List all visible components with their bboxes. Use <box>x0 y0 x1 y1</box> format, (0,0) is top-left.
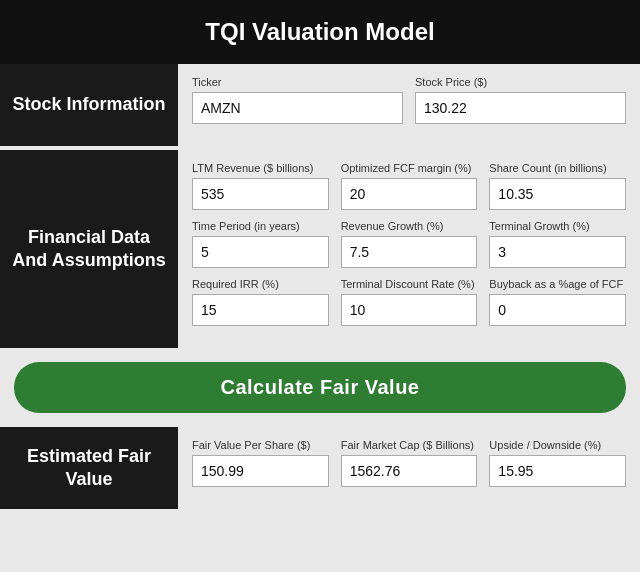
buyback-input[interactable] <box>489 294 626 326</box>
fair-value-per-share-group: Fair Value Per Share ($) <box>192 439 329 487</box>
fair-value-per-share-label: Fair Value Per Share ($) <box>192 439 329 451</box>
ticker-group: Ticker <box>192 76 403 124</box>
stock-section-content: Ticker Stock Price ($) <box>178 64 640 146</box>
efv-section-content: Fair Value Per Share ($) Fair Market Cap… <box>178 427 640 509</box>
required-irr-input[interactable] <box>192 294 329 326</box>
financial-section: Financial Data And Assumptions LTM Reven… <box>0 150 640 348</box>
financial-row-1: LTM Revenue ($ billions) Optimized FCF m… <box>192 162 626 210</box>
page-title: TQI Valuation Model <box>0 0 640 64</box>
ticker-input[interactable] <box>192 92 403 124</box>
buyback-group: Buyback as a %age of FCF <box>489 278 626 326</box>
financial-row-2: Time Period (in years) Revenue Growth (%… <box>192 220 626 268</box>
ltm-revenue-input[interactable] <box>192 178 329 210</box>
terminal-growth-input[interactable] <box>489 236 626 268</box>
fcf-margin-group: Optimized FCF margin (%) <box>341 162 478 210</box>
buyback-label: Buyback as a %age of FCF <box>489 278 626 290</box>
calculate-btn[interactable]: Calculate Fair Value <box>14 362 626 413</box>
required-irr-label: Required IRR (%) <box>192 278 329 290</box>
ltm-revenue-group: LTM Revenue ($ billions) <box>192 162 329 210</box>
upside-downside-label: Upside / Downside (%) <box>489 439 626 451</box>
ticker-label: Ticker <box>192 76 403 88</box>
terminal-discount-label: Terminal Discount Rate (%) <box>341 278 478 290</box>
fcf-margin-input[interactable] <box>341 178 478 210</box>
time-period-input[interactable] <box>192 236 329 268</box>
stock-price-group: Stock Price ($) <box>415 76 626 124</box>
revenue-growth-label: Revenue Growth (%) <box>341 220 478 232</box>
time-period-group: Time Period (in years) <box>192 220 329 268</box>
revenue-growth-group: Revenue Growth (%) <box>341 220 478 268</box>
terminal-discount-group: Terminal Discount Rate (%) <box>341 278 478 326</box>
terminal-discount-input[interactable] <box>341 294 478 326</box>
efv-section: Estimated Fair Value Fair Value Per Shar… <box>0 427 640 509</box>
fair-market-cap-group: Fair Market Cap ($ Billions) <box>341 439 478 487</box>
fair-value-per-share-input[interactable] <box>192 455 329 487</box>
efv-row-1: Fair Value Per Share ($) Fair Market Cap… <box>192 439 626 487</box>
terminal-growth-group: Terminal Growth (%) <box>489 220 626 268</box>
upside-downside-input[interactable] <box>489 455 626 487</box>
efv-section-label: Estimated Fair Value <box>0 427 178 509</box>
financial-section-content: LTM Revenue ($ billions) Optimized FCF m… <box>178 150 640 348</box>
stock-section-label: Stock Information <box>0 64 178 146</box>
fcf-margin-label: Optimized FCF margin (%) <box>341 162 478 174</box>
stock-price-input[interactable] <box>415 92 626 124</box>
fair-market-cap-label: Fair Market Cap ($ Billions) <box>341 439 478 451</box>
time-period-label: Time Period (in years) <box>192 220 329 232</box>
revenue-growth-input[interactable] <box>341 236 478 268</box>
stock-price-label: Stock Price ($) <box>415 76 626 88</box>
share-count-group: Share Count (in billions) <box>489 162 626 210</box>
share-count-input[interactable] <box>489 178 626 210</box>
stock-input-row: Ticker Stock Price ($) <box>192 76 626 124</box>
financial-row-3: Required IRR (%) Terminal Discount Rate … <box>192 278 626 326</box>
upside-downside-group: Upside / Downside (%) <box>489 439 626 487</box>
financial-section-label: Financial Data And Assumptions <box>0 150 178 348</box>
ltm-revenue-label: LTM Revenue ($ billions) <box>192 162 329 174</box>
share-count-label: Share Count (in billions) <box>489 162 626 174</box>
stock-section: Stock Information Ticker Stock Price ($) <box>0 64 640 146</box>
calculate-btn-row: Calculate Fair Value <box>0 352 640 423</box>
terminal-growth-label: Terminal Growth (%) <box>489 220 626 232</box>
fair-market-cap-input[interactable] <box>341 455 478 487</box>
required-irr-group: Required IRR (%) <box>192 278 329 326</box>
